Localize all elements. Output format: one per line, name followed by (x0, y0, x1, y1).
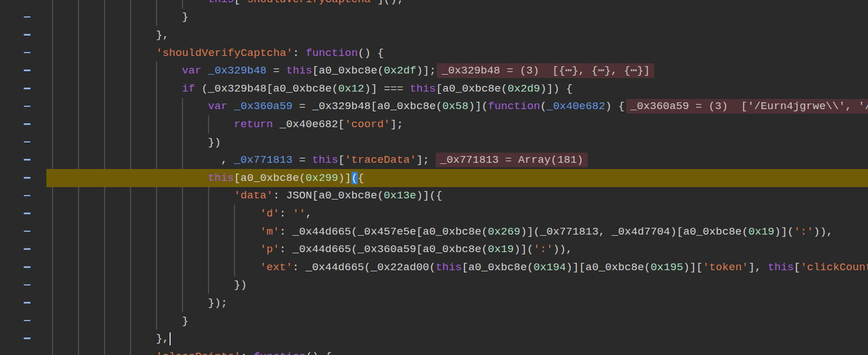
code-line[interactable]: 'm': _0x44d665(_0x457e5e[a0_0xbc8e(0x269… (0, 223, 868, 241)
code-line-text: var _0x329b48 = this[a0_0xbc8e(0x2df)];_… (0, 62, 868, 80)
code-line[interactable]: 'data': JSON[a0_0xbc8e(0x13e)]({ (0, 187, 868, 205)
code-line-text: this[a0_0xbc8e(0x299)]({ (0, 169, 868, 187)
code-line-text: 'ext': _0x44d665(_0x22ad00(this[a0_0xbc8… (0, 258, 868, 276)
gutter-fold-marker[interactable] (24, 88, 31, 89)
debug-inline-value: _0x771813 = Array(181) (436, 153, 588, 167)
code-line-text: 'd': '', (0, 205, 868, 223)
code-line[interactable]: }); (0, 294, 868, 312)
code-line[interactable]: }) (0, 276, 868, 295)
gutter-fold-marker[interactable] (24, 159, 31, 161)
code-line[interactable]: }, (0, 26, 868, 44)
gutter-fold-marker[interactable] (24, 284, 31, 286)
code-token: }) (234, 279, 247, 291)
code-token: )] === (364, 83, 410, 95)
code-line-text: , _0x771813 = this['traceData'];_0x77181… (0, 151, 868, 169)
code-line[interactable]: 'd': '', (0, 205, 868, 223)
debug-inline-value: _0x360a59 = (3) ['/Eurn4jgrwe\\', '/ (626, 99, 868, 114)
code-line[interactable]: 'clearPoints': function() { (0, 348, 868, 355)
code-token: return (234, 118, 273, 131)
gutter-fold-marker[interactable] (24, 213, 31, 214)
code-line[interactable]: } (0, 312, 868, 330)
code-token: 'token' (703, 261, 749, 274)
gutter-fold-marker[interactable] (24, 266, 31, 268)
gutter-fold-marker[interactable] (24, 337, 31, 339)
gutter-fold-marker[interactable] (24, 248, 31, 250)
code-line[interactable]: 'shouldVerifyCaptcha': function() { (0, 44, 868, 62)
code-token: function (306, 47, 358, 59)
code-token: [ (234, 0, 241, 6)
code-token: function (488, 100, 540, 112)
code-token: )](_0x771813, _0x4d7704)[a0_0xbc8e( (520, 226, 748, 238)
code-token: 'ext' (260, 261, 293, 274)
gutter-fold-marker[interactable] (24, 34, 31, 36)
code-line[interactable]: } (0, 8, 868, 27)
code-token: this (208, 172, 234, 184)
code-line[interactable]: 'p': _0x44d665(_0x360a59[a0_0xbc8e(0x19)… (0, 240, 868, 258)
code-line-text: }, (0, 26, 868, 44)
code-token: : _0x44d665(_0x360a59[a0_0xbc8e( (280, 243, 488, 256)
code-line[interactable]: var _0x329b48 = this[a0_0xbc8e(0x2df)];_… (0, 62, 868, 80)
code-token: }, (156, 332, 169, 345)
code-line[interactable]: , _0x771813 = this['traceData'];_0x77181… (0, 151, 868, 169)
code-token: [ (338, 154, 345, 166)
code-token: 0x2df (384, 64, 416, 77)
code-token: )), (813, 226, 833, 238)
code-line-text: }); (0, 294, 868, 312)
code-token: 'traceData' (345, 154, 416, 166)
code-token: { (358, 172, 364, 184)
code-line-text: } (0, 8, 868, 27)
code-token: 0x195 (650, 261, 683, 274)
code-token: : JSON[a0_0xbc8e( (273, 189, 384, 202)
code-token: )] (338, 172, 351, 184)
code-line-text: 'clearPoints': function() { (0, 348, 868, 355)
gutter-fold-marker[interactable] (24, 195, 31, 197)
code-token: [ (794, 261, 801, 274)
gutter-fold-marker[interactable] (24, 123, 31, 125)
code-token: ':' (794, 226, 814, 238)
gutter-fold-marker[interactable] (24, 141, 31, 143)
code-line[interactable]: if (_0x329b48[a0_0xbc8e(0x12)] === this[… (0, 80, 868, 98)
code-token: ](); (377, 0, 403, 6)
gutter-fold-marker[interactable] (24, 302, 31, 304)
code-token: _0x360a59 (234, 100, 293, 112)
code-line[interactable]: return _0x40e682['coord']; (0, 115, 868, 133)
code-token: 0x58 (442, 100, 468, 112)
code-line[interactable]: }) (0, 133, 868, 151)
gutter-fold-marker[interactable] (24, 70, 31, 71)
code-token: 'shouldVerifyCaptcha' (241, 0, 377, 6)
code-token: } (182, 11, 189, 23)
code-line[interactable]: }, (0, 330, 868, 348)
code-token: = (293, 154, 313, 166)
gutter-fold-marker[interactable] (24, 52, 31, 54)
code-token: 0x299 (306, 172, 338, 184)
code-line[interactable]: this['shouldVerifyCaptcha'](); (0, 0, 868, 8)
code-token: 'm' (260, 226, 280, 238)
code-token: , (221, 154, 234, 166)
code-line-text: } (0, 312, 868, 330)
code-token: '' (293, 207, 306, 220)
code-line-text: if (_0x329b48[a0_0xbc8e(0x12)] === this[… (0, 80, 868, 98)
code-token: 0x19 (488, 243, 514, 256)
code-token: () { (306, 350, 332, 355)
code-token: )]( (774, 226, 794, 238)
code-editor[interactable]: this['shouldVerifyCaptcha']();}},'should… (0, 0, 868, 355)
gutter-fold-marker[interactable] (24, 231, 31, 232)
code-token: var (182, 64, 202, 77)
gutter-fold-marker[interactable] (24, 16, 31, 18)
code-line[interactable]: this[a0_0xbc8e(0x299)]({ (0, 169, 868, 187)
code-line[interactable]: var _0x360a59 = _0x329b48[a0_0xbc8e(0x58… (0, 98, 868, 116)
code-token: this (410, 83, 436, 95)
gutter-fold-marker[interactable] (24, 177, 31, 179)
gutter-fold-marker[interactable] (24, 320, 31, 322)
code-line[interactable]: 'ext': _0x44d665(_0x22ad00(this[a0_0xbc8… (0, 258, 868, 276)
code-token: if (182, 83, 195, 95)
code-token: ]; (390, 118, 403, 131)
code-token: 'shouldVerifyCaptcha' (156, 47, 293, 59)
code-line-text: }) (0, 133, 868, 151)
code-token: this (286, 64, 312, 77)
gutter-fold-marker[interactable] (24, 106, 31, 107)
code-token: () { (358, 47, 384, 59)
code-token: : _0x44d665(_0x457e5e[a0_0xbc8e( (280, 226, 488, 238)
code-token: 'coord' (345, 118, 390, 131)
code-token: ]; (416, 154, 429, 166)
